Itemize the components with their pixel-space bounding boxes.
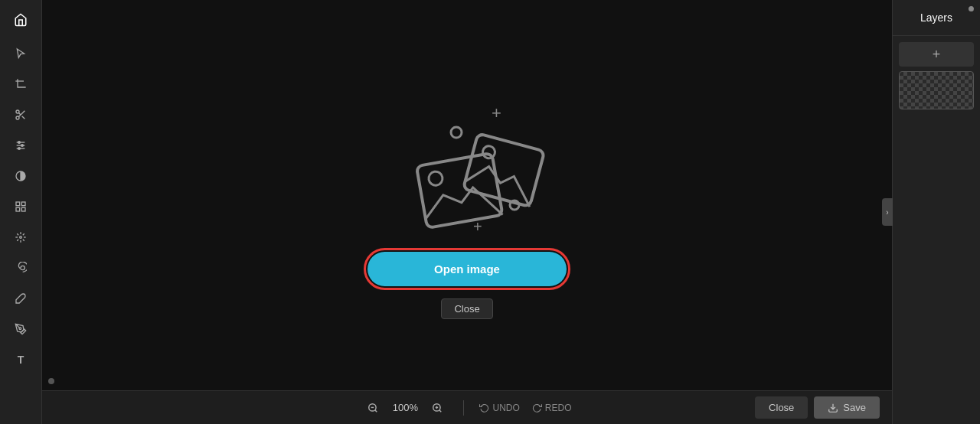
save-label: Save: [843, 402, 866, 413]
close-dialog-button[interactable]: Close: [441, 298, 492, 319]
right-panel: Layers + ›: [892, 0, 980, 424]
svg-point-25: [19, 328, 21, 330]
canvas-area: + + Op: [42, 0, 892, 390]
open-image-button[interactable]: Open image: [368, 252, 567, 286]
home-button[interactable]: [7, 6, 34, 34]
svg-line-21: [17, 233, 18, 235]
svg-line-22: [23, 240, 24, 241]
svg-rect-32: [416, 153, 503, 228]
text-tool[interactable]: T: [7, 346, 34, 373]
svg-line-3: [22, 116, 25, 119]
zoom-in-button[interactable]: [426, 397, 448, 419]
svg-line-24: [23, 233, 24, 235]
redo-button[interactable]: REDO: [532, 403, 572, 413]
redo-label: REDO: [545, 403, 572, 413]
svg-point-0: [16, 110, 19, 113]
select-tool[interactable]: [7, 40, 34, 67]
center-dialog: + + Op: [368, 71, 567, 319]
pen-tool[interactable]: [7, 315, 34, 343]
layer-thumbnail[interactable]: [899, 71, 974, 109]
svg-text:+: +: [492, 103, 501, 122]
collapse-panel-button[interactable]: ›: [882, 198, 893, 226]
bottom-right-actions: Close Save: [755, 396, 880, 419]
svg-point-31: [482, 145, 497, 160]
brush-tool[interactable]: [7, 285, 34, 312]
svg-point-1: [16, 116, 19, 119]
svg-point-27: [451, 127, 462, 138]
canvas-indicator-dot: [48, 378, 54, 384]
svg-point-8: [18, 142, 21, 144]
layers-title: Layers: [920, 11, 952, 24]
grid-tool[interactable]: [7, 193, 34, 220]
bottom-toolbar: 100% UNDO: [42, 390, 892, 424]
svg-line-38: [439, 409, 442, 412]
scissors-tool[interactable]: [7, 101, 34, 129]
svg-line-23: [17, 240, 18, 241]
zoom-out-button[interactable]: [362, 397, 384, 419]
left-toolbar: T: [0, 0, 42, 424]
adjustments-tool[interactable]: [7, 132, 34, 159]
save-button[interactable]: Save: [814, 396, 880, 419]
svg-line-4: [18, 113, 21, 115]
svg-point-9: [21, 145, 24, 147]
spiral-tool[interactable]: [7, 254, 34, 282]
svg-rect-30: [463, 133, 544, 207]
svg-point-10: [18, 148, 21, 150]
layers-panel-body: +: [893, 36, 980, 116]
contrast-tool[interactable]: [7, 162, 34, 190]
image-placeholder-icon: + +: [383, 71, 551, 240]
crop-tool[interactable]: [7, 70, 34, 98]
toolbar-divider: [463, 400, 464, 416]
svg-point-33: [428, 171, 444, 187]
svg-point-16: [20, 236, 22, 239]
zoom-level-display: 100%: [390, 402, 420, 413]
effects-tool[interactable]: [7, 223, 34, 251]
svg-rect-15: [21, 207, 25, 211]
undo-label: UNDO: [492, 403, 519, 413]
add-layer-button[interactable]: +: [899, 42, 974, 67]
svg-rect-13: [21, 202, 25, 206]
layers-panel-header: Layers: [893, 0, 980, 36]
undo-button[interactable]: UNDO: [479, 403, 519, 413]
undo-redo-controls: UNDO REDO: [479, 403, 571, 413]
svg-line-35: [375, 409, 377, 412]
main-area: + + Op: [42, 0, 892, 424]
panel-dot: [969, 6, 974, 11]
svg-rect-14: [16, 207, 20, 211]
svg-rect-12: [16, 202, 20, 206]
zoom-controls: 100% UNDO: [362, 397, 571, 419]
close-button[interactable]: Close: [755, 396, 808, 419]
